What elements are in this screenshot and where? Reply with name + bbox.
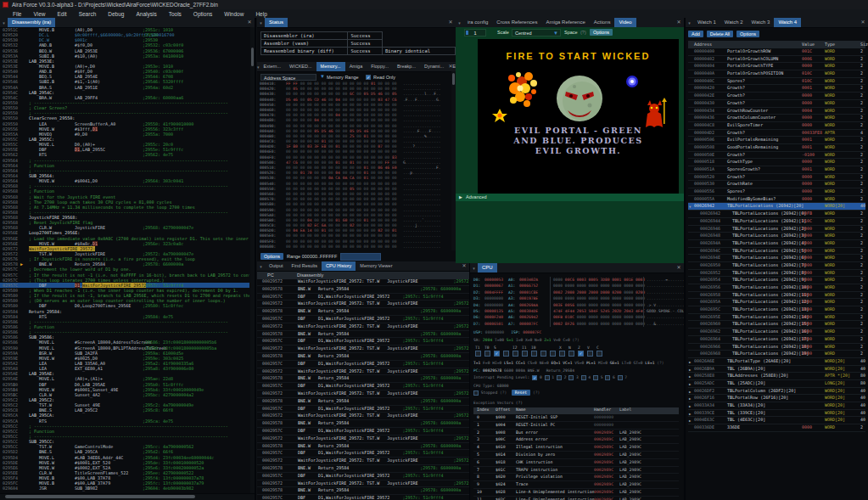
history-row[interactable]: 0002957CDBF D1,WaitForJoystickFIRE_29572…: [257, 495, 469, 500]
interrupt-level-checkbox[interactable]: [618, 375, 623, 380]
watch-row[interactable]: 000004D2Growth?00033FE8APTR4: [688, 130, 865, 138]
history-row[interactable]: 0002957CDBF D1,WaitForJoystickFIRE_29572…: [257, 316, 469, 323]
disassembly-vscrollbar[interactable]: [250, 27, 255, 493]
vector-row[interactable]: 9$024Trace0002989CLAB_2989C: [473, 481, 679, 489]
tab-cpu[interactable]: CPU: [478, 263, 497, 272]
interrupt-level-checkbox[interactable]: [581, 375, 586, 380]
watch-row[interactable]: 00000420Growth?0001WORD2: [688, 85, 865, 93]
history-row[interactable]: 00029572WaitForJoystickFIRE_29572: TST.W…: [257, 368, 469, 376]
watch-row[interactable]: 00026952TBLPortalLocations (26942)[8]000…: [688, 270, 865, 278]
filter-icon[interactable]: ▼: [320, 74, 325, 79]
history-row[interactable]: 00029572WaitForJoystickFIRE_29572: TST.W…: [257, 435, 469, 443]
watch-row[interactable]: 0000040APortalOrGrowthPOSITION010CWORD2: [688, 70, 865, 78]
watch-row[interactable]: 00000400PortalOrGrowthROW001CWORD2: [688, 48, 865, 56]
watch-delete-all-button[interactable]: Delete All: [707, 31, 733, 37]
flag-checkbox[interactable]: ✓: [578, 351, 584, 357]
hex-dump[interactable]: 000410:FF FF 00 00 00 00 00 00 00 00 00 …: [257, 81, 451, 250]
memory-options-button[interactable]: Options: [260, 253, 283, 260]
flag-checkbox[interactable]: [540, 351, 546, 357]
hex-row[interactable]: 000600:00 00 00 00 00 00 00 00 00 00 00 …: [257, 244, 451, 250]
history-row[interactable]: 00029572WaitForJoystickFIRE_29572: TST.W…: [257, 480, 469, 488]
close-icon[interactable]: ✕: [860, 18, 866, 27]
readonly-checkbox[interactable]: ✓: [366, 75, 371, 80]
history-row[interactable]: 00029578BNE.W Return_29584;29578: 660000…: [257, 398, 469, 406]
flag-checkbox[interactable]: [522, 351, 528, 357]
menu-file[interactable]: File: [7, 11, 27, 17]
flag-checkbox[interactable]: [550, 351, 556, 357]
watch-row[interactable]: 0002694ATBLPortalLocations (26942)[4]000…: [688, 240, 865, 248]
watch-row[interactable]: 0000051ASporesGrowth?0001WORD2: [688, 166, 865, 174]
watch-row[interactable]: 000336DE336DE0000WORD2: [688, 424, 865, 432]
scrollbar-thumb[interactable]: [5, 495, 195, 498]
scrollbar-thumb[interactable]: [251, 48, 254, 66]
watch-row[interactable]: 000004C8EvilSporeTimer0000WORD2: [688, 122, 865, 130]
history-row[interactable]: 0002957CDBF D1,WaitForJoystickFIRE_29572…: [257, 473, 469, 480]
vector-row[interactable]: 5$014Division by zero0002989CLAB_2989C: [473, 452, 679, 459]
panel-menu-icon[interactable]: ▾: [257, 264, 265, 269]
interrupt-level-checkbox[interactable]: [557, 375, 562, 380]
close-icon[interactable]: ✕: [246, 18, 253, 27]
menu-analysis[interactable]: Analysis: [130, 11, 162, 17]
panel-menu-icon[interactable]: ▾: [470, 266, 478, 271]
watch-row[interactable]: 00026954TBLPortalLocations (26942)[9]000…: [688, 277, 865, 284]
vector-row[interactable]: 7$01CTRAPV instruction0002989CLAB_2989C: [473, 467, 679, 475]
vector-row[interactable]: 8$020Privilege violation0002989CLAB_2989…: [473, 474, 679, 481]
history-row[interactable]: 0002957CDBF D1,WaitForJoystickFIRE_29572…: [257, 361, 469, 368]
flag-checkbox[interactable]: [559, 351, 565, 357]
watch-row[interactable]: 0002694CTBLPortalLocations (26942)[5]000…: [688, 248, 865, 256]
history-row[interactable]: 00029578BNE.W Return_29584;29578: 660000…: [257, 353, 469, 361]
flag-checkbox[interactable]: [484, 351, 490, 357]
panel-menu-icon[interactable]: ▾: [456, 20, 463, 25]
scrollbar-thumb[interactable]: [452, 73, 455, 85]
tab-memory-3[interactable]: Amiga: [345, 62, 367, 71]
watch-row[interactable]: ▶00026F16TBLPortalRow (26F16)[20]WORD[20…: [688, 395, 865, 402]
interrupt-level-checkbox[interactable]: [593, 375, 598, 380]
tab-video-4[interactable]: Video: [614, 18, 636, 27]
history-row[interactable]: 00029572WaitForJoystickFIRE_29572: TST.W…: [257, 301, 469, 308]
tab-watch-3[interactable]: Watch 4: [774, 18, 801, 27]
interrupt-level-checkbox[interactable]: [545, 375, 550, 380]
tab-watch-2[interactable]: Watch 3: [748, 18, 775, 27]
watch-row[interactable]: 00000404PortalOrGrowthTYPE0000WORD2: [688, 63, 865, 70]
watch-row[interactable]: 00026944TBLPortalLocations (26942)[1]010…: [688, 218, 865, 226]
watch-row[interactable]: 00000430Growth?0000WORD2: [688, 100, 865, 108]
tab-memory-1[interactable]: WICKED...: [285, 62, 316, 71]
vector-row[interactable]: 4$010Illegal instruction0002989CLAB_2989…: [473, 444, 679, 452]
vector-row[interactable]: 0$000RESET-Initial SSP00000000: [473, 414, 679, 422]
flag-checkbox[interactable]: [531, 351, 537, 357]
history-row[interactable]: 00029578BNE.W Return_29584;29578: 660000…: [257, 420, 469, 428]
watch-list[interactable]: 00000400PortalOrGrowthROW001CWORD2000004…: [686, 48, 868, 432]
watch-row[interactable]: 00026942TBLPortalLocations (26942)[0]00F…: [688, 211, 865, 218]
history-row[interactable]: 00029578BNE.W Return_29584;29578: 660000…: [257, 286, 469, 294]
watch-row[interactable]: 00000530GrowthRate0000WORD2: [688, 181, 865, 188]
watch-row[interactable]: 00026958TBLPortalLocations (26942)[11]00…: [688, 292, 865, 300]
watch-row[interactable]: 00000506EvilPortalsRemaining0001WORD2: [688, 137, 865, 144]
tab-memory-2[interactable]: Memory...: [316, 62, 345, 71]
watch-row[interactable]: 0002694ETBLPortalLocations (26942)[6]000…: [688, 255, 865, 262]
watch-row[interactable]: 00026966TBLPortalLocations (26942)[18]00…: [688, 344, 865, 351]
tab-output-0[interactable]: Output: [265, 261, 288, 271]
vector-row[interactable]: 11$02CLine-F Unimplemented instruction00…: [473, 497, 679, 500]
watch-row[interactable]: ▶00026DF2TBLPortalColumn (26DF2)[20]WORD…: [688, 388, 865, 396]
watch-row[interactable]: ▶00026A6ETBLPortalType (26A6E)[20]WORD[2…: [688, 358, 865, 366]
panel-menu-icon[interactable]: ▾: [686, 20, 693, 25]
tab-video-1[interactable]: Cross References: [492, 18, 541, 27]
menu-view[interactable]: View: [27, 11, 51, 17]
interrupt-level-checkbox[interactable]: [605, 375, 610, 380]
flag-checkbox[interactable]: [596, 351, 602, 357]
tab-output-3[interactable]: Memory Viewer: [356, 261, 396, 271]
history-row[interactable]: 00029578BNE.W Return_29584;29578: 660000…: [257, 308, 469, 316]
watch-row[interactable]: 00026962TBLPortalLocations (26942)[16]00…: [688, 329, 865, 336]
watch-row[interactable]: ▶00026B9ATBL (26B9A)[20]WORD[20]40: [688, 366, 865, 374]
watch-row[interactable]: 0002695ATBLPortalLocations (26942)[12]00…: [688, 299, 865, 306]
menu-search[interactable]: Search: [73, 11, 103, 17]
watch-row[interactable]: 0000050EGrowth?-0100WORD2: [688, 152, 865, 160]
watch-row[interactable]: 00026968TBLPortalLocations (26942)[19]00…: [688, 351, 865, 358]
tab-video-0[interactable]: ira config: [463, 18, 492, 27]
interrupt-level-checkbox[interactable]: ✓: [532, 375, 537, 380]
watch-row[interactable]: 00000508GoodPortalsRemaining0001WORD2: [688, 144, 865, 152]
watch-row[interactable]: 0002695ETBLPortalLocations (26942)[14]00…: [688, 314, 865, 322]
vector-row[interactable]: 1$004RESET-Initial PC00000000: [473, 422, 679, 430]
watch-row[interactable]: 0002695CTBLPortalLocations (26942)[13]00…: [688, 306, 865, 314]
menu-debug[interactable]: Debug: [102, 11, 130, 17]
